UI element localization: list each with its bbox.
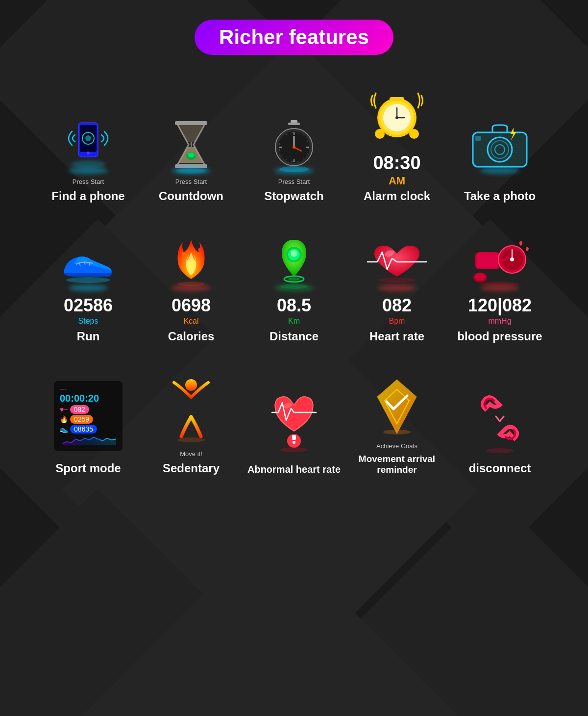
sedentary-icon	[167, 375, 216, 444]
calories-icon-container	[159, 232, 223, 291]
run-name: Run	[77, 330, 100, 343]
camera-icon	[470, 120, 529, 169]
svg-point-2	[87, 152, 90, 154]
svg-point-33	[395, 116, 398, 119]
svg-point-10	[188, 153, 195, 157]
svg-rect-39	[475, 136, 481, 141]
sport-cal-icon: 🔥	[60, 415, 68, 423]
svg-point-60	[510, 257, 514, 261]
run-unit: Steps	[78, 317, 98, 326]
distance-name: Distance	[270, 330, 318, 343]
alarm-time: 08:30	[373, 152, 420, 175]
bloodpressure-stat: 120|082	[468, 295, 532, 316]
svg-point-51	[288, 277, 300, 281]
sportmode-icon-container: --- 00:00:20 ♥~ 082 🔥 0259 👟 08635	[49, 377, 127, 456]
svg-rect-56	[477, 254, 498, 268]
feature-camera: Take a photo	[448, 115, 551, 203]
disconnect-icon	[475, 394, 524, 453]
feature-sedentary: Move it! Sedentary	[140, 373, 243, 475]
sport-hr-value: 082	[70, 405, 89, 414]
sedentary-icon-container	[159, 373, 223, 446]
heartrate-stat: 082	[382, 295, 412, 316]
calories-unit: Kcal	[183, 317, 198, 326]
svg-line-72	[496, 416, 500, 421]
alarm-icon	[370, 91, 424, 142]
sport-cal-value: 0259	[70, 415, 93, 424]
camera-name: Take a photo	[464, 189, 536, 203]
svg-point-70	[280, 447, 308, 452]
svg-rect-30	[390, 97, 404, 101]
feature-row-2: 02586 Steps Run	[10, 232, 578, 343]
feature-sportmode: --- 00:00:20 ♥~ 082 🔥 0259 👟 08635	[37, 377, 140, 475]
goals-icon-container	[365, 375, 429, 438]
sedentary-sublabel: Move it!	[180, 450, 202, 458]
find-phone-icon	[61, 118, 115, 172]
svg-point-71	[383, 430, 411, 435]
heartrate-shadow	[377, 284, 416, 291]
calories-name: Calories	[168, 330, 215, 343]
alarm-icon-container	[365, 84, 429, 148]
sedentary-name: Sedentary	[163, 461, 220, 475]
sport-time: 00:00:20	[60, 393, 117, 404]
sport-steps-value: 08635	[70, 425, 97, 434]
abnormalheart-icon-container	[262, 389, 326, 458]
run-stat: 02586	[64, 295, 113, 316]
stopwatch-icon	[270, 118, 318, 172]
camera-icon-container	[468, 115, 532, 174]
heartrate-icon-container	[365, 232, 429, 291]
find-phone-label: Press Start	[73, 178, 104, 185]
page-title-container: Richer features	[10, 20, 578, 55]
svg-rect-13	[288, 123, 300, 125]
feature-goals: Achieve Goals Movement arrival reminder	[345, 375, 448, 475]
camera-shadow	[480, 167, 519, 174]
feature-alarm: 08:30 AM Alarm clock	[345, 84, 448, 203]
svg-line-73	[500, 416, 504, 421]
svg-point-45	[198, 248, 201, 251]
alarm-am: AM	[373, 175, 420, 187]
feature-stopwatch: Press Start Stopwatch	[243, 115, 345, 203]
countdown-label: Press Start	[175, 178, 207, 185]
calories-stat: 0698	[172, 295, 211, 316]
countdown-name: Countdown	[159, 189, 223, 203]
find-phone-icon-container	[56, 115, 120, 174]
countdown-icon-container	[159, 115, 223, 174]
bloodpressure-icon-container	[468, 232, 532, 291]
svg-point-54	[378, 278, 416, 282]
goals-name: Movement arrival reminder	[345, 454, 448, 475]
heartrate-unit: Bpm	[389, 317, 405, 326]
feature-disconnect: disconnect	[448, 392, 551, 475]
svg-point-49	[291, 250, 297, 257]
svg-rect-6	[175, 121, 207, 125]
sport-chart	[60, 435, 119, 445]
goals-icon	[370, 377, 424, 436]
distance-shadow	[274, 284, 314, 291]
stopwatch-shadow	[274, 167, 314, 174]
sport-steps-icon: 👟	[60, 425, 68, 433]
svg-line-42	[89, 262, 90, 266]
abnormalheart-icon	[270, 392, 318, 456]
stopwatch-icon-container	[262, 115, 326, 174]
bloodpressure-shadow	[480, 284, 519, 291]
page-title: Richer features	[195, 20, 393, 55]
sport-steps-row: 👟 08635	[60, 425, 117, 434]
bloodpressure-name: blood pressure	[457, 330, 542, 343]
svg-point-4	[85, 135, 91, 141]
run-shadow	[69, 284, 108, 291]
svg-point-69	[293, 441, 295, 444]
sportmode-name: Sport mode	[55, 461, 121, 475]
feature-row-3: --- 00:00:20 ♥~ 082 🔥 0259 👟 08635	[10, 373, 578, 475]
bloodpressure-icon	[468, 237, 532, 286]
calories-shadow	[172, 284, 211, 291]
distance-icon	[272, 235, 316, 289]
find-phone-name: Find a phone	[51, 189, 124, 203]
svg-rect-68	[292, 435, 296, 440]
alarm-display: 08:30 AM	[373, 152, 420, 187]
feature-bloodpressure: 120|082 mmHg blood pressure	[448, 232, 551, 343]
countdown-shadow	[172, 167, 211, 174]
distance-unit: Km	[288, 317, 300, 326]
run-icon-container	[56, 232, 120, 291]
svg-point-43	[66, 277, 110, 283]
svg-point-74	[486, 448, 514, 453]
sport-hr-row: ♥~ 082	[60, 405, 117, 414]
svg-point-44	[182, 253, 186, 256]
